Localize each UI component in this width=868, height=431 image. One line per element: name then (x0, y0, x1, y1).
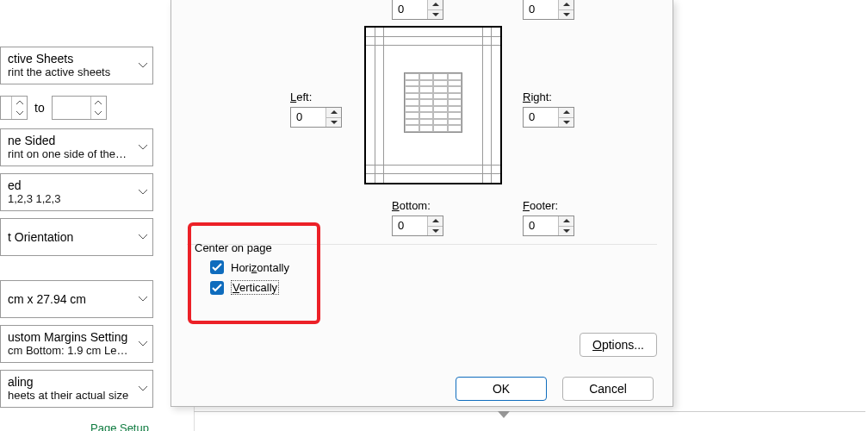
right-margin-label: Right:Right: (523, 91, 574, 103)
value: 0 (393, 0, 427, 19)
left-margin-label: LLeft:eft: (290, 91, 342, 103)
pager-chevron-down-icon[interactable] (498, 411, 510, 418)
page-setup-link[interactable]: Page Setup (90, 422, 149, 431)
pages-from-spinner[interactable] (0, 96, 28, 120)
label: aling (8, 375, 146, 389)
sublabel: rint the active sheets (8, 66, 146, 78)
chevron-down-icon (139, 297, 147, 302)
label: ctive Sheets (8, 52, 146, 66)
chevron-down-icon (139, 145, 147, 150)
value: 0 (524, 216, 558, 235)
ok-button[interactable]: OK (456, 377, 547, 401)
sublabel: heets at their actual size (8, 389, 146, 402)
options-button[interactable]: Options...Options... (580, 333, 657, 357)
chevron-down-icon (139, 190, 147, 195)
print-settings-column: ctive Sheets rint the active sheets to n… (0, 0, 165, 431)
bottom-margin-spinner[interactable]: 0 (392, 216, 443, 236)
bottom-margin-label: Bottom:Bottom: (392, 199, 443, 212)
value: 0 (524, 108, 558, 127)
paper-size-dropdown[interactable]: cm x 27.94 cm (0, 280, 153, 318)
footer-margin-spinner[interactable]: 0 (523, 216, 574, 236)
sublabel: cm Bottom: 1.9 cm Le… (8, 344, 146, 357)
pages-to-spinner[interactable] (52, 96, 107, 120)
label: cm x 27.94 cm (8, 285, 146, 306)
right-margin-spinner[interactable]: 0 (523, 107, 574, 128)
label: ed (8, 178, 146, 192)
margins-dropdown[interactable]: ustom Margins Setting cm Bottom: 1.9 cm … (0, 325, 153, 363)
value: 0 (524, 0, 558, 19)
footer-margin-label: Footer:Footer: (523, 199, 574, 212)
chevron-down-icon (139, 234, 147, 240)
collate-dropdown[interactable]: ed 1,2,3 1,2,3 (0, 173, 153, 211)
value: 0 (291, 108, 326, 127)
orientation-dropdown[interactable]: t Orientation (0, 218, 153, 256)
page-preview-graphic (364, 26, 502, 184)
chevron-down-icon (139, 341, 147, 347)
sublabel: 1,2,3 1,2,3 (8, 192, 146, 205)
label: ustom Margins Setting (8, 330, 146, 344)
chevron-down-icon (139, 386, 147, 391)
page-setup-dialog: 0 0 LLeft:eft: 0 Right:Right: 0 Bottom:B… (170, 0, 673, 407)
left-margin-spinner[interactable]: 0 (290, 107, 342, 128)
scaling-dropdown[interactable]: aling heets at their actual size (0, 370, 153, 408)
divider (194, 411, 865, 412)
header-margin-spinner[interactable]: 0 (523, 0, 574, 20)
label: t Orientation (8, 223, 146, 244)
pages-row: to (0, 94, 153, 122)
cancel-button[interactable]: Cancel (562, 377, 654, 401)
print-what-dropdown[interactable]: ctive Sheets rint the active sheets (0, 47, 153, 84)
sides-dropdown[interactable]: ne Sided rint on one side of the… (0, 128, 153, 166)
label: ne Sided (8, 134, 146, 147)
to-label: to (34, 101, 45, 115)
value: 0 (393, 216, 427, 235)
annotation-highlight (188, 222, 320, 324)
top-margin-spinner[interactable]: 0 (392, 0, 443, 20)
chevron-down-icon (139, 63, 147, 68)
sublabel: rint on one side of the… (8, 147, 146, 160)
